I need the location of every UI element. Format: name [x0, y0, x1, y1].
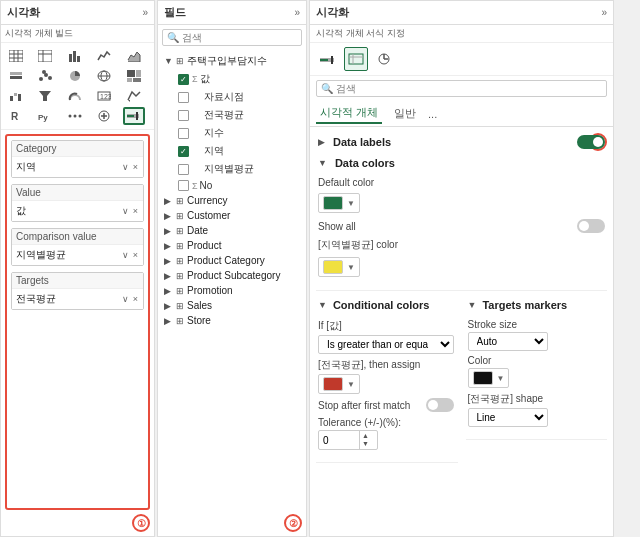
icon-funnel[interactable]	[34, 87, 56, 105]
tolerance-up[interactable]: ▲	[361, 432, 370, 440]
icon-table[interactable]	[5, 47, 27, 65]
group-product[interactable]: ▶ ⊞ Product	[160, 238, 304, 253]
tree-cb-3[interactable]	[178, 128, 189, 139]
group-expand-4[interactable]: ▶	[164, 256, 176, 266]
icon-bullet-chart-active[interactable]	[123, 107, 145, 125]
group-expand-7[interactable]: ▶	[164, 301, 176, 311]
group-store[interactable]: ▶ ⊞ Store	[160, 313, 304, 328]
tree-cb-1[interactable]	[178, 92, 189, 103]
group-promotion[interactable]: ▶ ⊞ Promotion	[160, 283, 304, 298]
tab-general[interactable]: 일반	[390, 104, 420, 123]
tree-child-0[interactable]: ✓ Σ 값	[174, 70, 304, 88]
field-targets-close[interactable]: ×	[132, 293, 139, 305]
tree-cb-5[interactable]	[178, 164, 189, 175]
group-date[interactable]: ▶ ⊞ Date	[160, 223, 304, 238]
right-search-box[interactable]: 🔍	[316, 80, 607, 97]
tree-child-5[interactable]: 지역별평균	[174, 160, 304, 178]
icon-card[interactable]: 123	[93, 87, 115, 105]
tree-child-6[interactable]: Σ No	[174, 178, 304, 193]
if-condition-select[interactable]: Is greater than or equa	[318, 335, 454, 354]
field-value-chevron[interactable]: ∨	[121, 205, 130, 217]
icon-area-chart[interactable]	[123, 47, 145, 65]
group-customer[interactable]: ▶ ⊞ Customer	[160, 208, 304, 223]
tree-child-3[interactable]: 지수	[174, 124, 304, 142]
data-labels-pill[interactable]	[577, 135, 605, 149]
default-color-dropdown[interactable]: ▼	[318, 193, 360, 213]
icon-add-visual[interactable]	[93, 107, 115, 125]
show-all-toggle[interactable]	[577, 219, 605, 233]
data-labels-toggle[interactable]	[577, 135, 605, 149]
field-comparison-close[interactable]: ×	[132, 249, 139, 261]
icon-matrix[interactable]	[34, 47, 56, 65]
group-sales[interactable]: ▶ ⊞ Sales	[160, 298, 304, 313]
middle-panel-chevron[interactable]: »	[294, 7, 300, 18]
targets-header[interactable]: ▼ Targets markers	[466, 295, 608, 315]
assign-color-dropdown[interactable]: ▼	[318, 374, 360, 394]
icon-line-chart[interactable]	[93, 47, 115, 65]
tree-root-node[interactable]: ▼ ⊞ 주택구입부담지수	[160, 52, 304, 70]
icon-bar-chart[interactable]	[64, 47, 86, 65]
group-product-subcategory[interactable]: ▶ ⊞ Product Subcategory	[160, 268, 304, 283]
tree-cb-2[interactable]	[178, 110, 189, 121]
right-panel-chevron[interactable]: »	[601, 7, 607, 18]
tree-child-4[interactable]: ✓ 지역	[174, 142, 304, 160]
marker-color-dropdown[interactable]: ▼	[468, 368, 510, 388]
shape-select[interactable]: Line	[468, 408, 548, 427]
stop-toggle[interactable]	[426, 398, 454, 412]
right-icon-visual[interactable]	[316, 47, 340, 71]
middle-search-box[interactable]: 🔍	[162, 29, 302, 46]
icon-r-visual[interactable]: R	[5, 107, 27, 125]
stop-label: Stop after first match	[318, 400, 410, 411]
group-expand-8[interactable]: ▶	[164, 316, 176, 326]
tree-child-2[interactable]: 전국평균	[174, 106, 304, 124]
assign-label: [전국평균], then assign	[318, 358, 454, 372]
icon-stacked-bar[interactable]	[5, 67, 27, 85]
tab-more[interactable]: ...	[428, 108, 437, 120]
left-panel-chevron[interactable]: »	[142, 7, 148, 18]
cond-colors-header[interactable]: ▼ Conditional colors	[316, 295, 458, 315]
right-icon-format[interactable]	[344, 47, 368, 71]
stop-pill[interactable]	[426, 398, 454, 412]
field-comparison-chevron[interactable]: ∨	[121, 249, 130, 261]
tree-expand-icon[interactable]: ▼	[164, 56, 176, 66]
group-product-category[interactable]: ▶ ⊞ Product Category	[160, 253, 304, 268]
right-icon-analytics[interactable]	[372, 47, 396, 71]
group-expand-2[interactable]: ▶	[164, 226, 176, 236]
group-expand-6[interactable]: ▶	[164, 286, 176, 296]
icon-more-1[interactable]	[64, 107, 86, 125]
icon-map[interactable]	[93, 67, 115, 85]
show-all-pill[interactable]	[577, 219, 605, 233]
icon-ribbon[interactable]	[123, 87, 145, 105]
tree-cb-6[interactable]	[178, 180, 189, 191]
tree-child-1[interactable]: 자료시점	[174, 88, 304, 106]
tolerance-input[interactable]	[319, 433, 359, 448]
data-colors-header[interactable]: ▼ Data colors	[316, 153, 607, 173]
icon-pie-chart[interactable]	[64, 67, 86, 85]
icon-python-visual[interactable]: Py	[34, 107, 56, 125]
group-icon-1: ⊞	[176, 211, 184, 221]
group-expand-5[interactable]: ▶	[164, 271, 176, 281]
field-value-close[interactable]: ×	[132, 205, 139, 217]
stroke-size-select[interactable]: Auto	[468, 332, 548, 351]
data-labels-header[interactable]: ▶ Data labels	[316, 131, 607, 153]
icon-scatter[interactable]	[34, 67, 56, 85]
field-close-icon[interactable]: ×	[132, 161, 139, 173]
tolerance-down[interactable]: ▼	[361, 440, 370, 448]
group-icon-7: ⊞	[176, 301, 184, 311]
middle-search-input[interactable]	[182, 32, 297, 43]
tree-cb-0[interactable]: ✓	[178, 74, 189, 85]
tree-cb-4[interactable]: ✓	[178, 146, 189, 157]
group-expand-1[interactable]: ▶	[164, 211, 176, 221]
right-search-input[interactable]	[336, 83, 602, 94]
group-expand-0[interactable]: ▶	[164, 196, 176, 206]
group-expand-3[interactable]: ▶	[164, 241, 176, 251]
group-currency[interactable]: ▶ ⊞ Currency	[160, 193, 304, 208]
tab-visual[interactable]: 시각적 개체	[316, 103, 382, 124]
field-chevron-icon[interactable]: ∨	[121, 161, 130, 173]
regional-color-dropdown[interactable]: ▼	[318, 257, 360, 277]
icon-gauge[interactable]	[64, 87, 86, 105]
field-targets-chevron[interactable]: ∨	[121, 293, 130, 305]
stop-match-row: Stop after first match	[318, 398, 454, 412]
icon-treemap[interactable]	[123, 67, 145, 85]
icon-waterfall[interactable]	[5, 87, 27, 105]
